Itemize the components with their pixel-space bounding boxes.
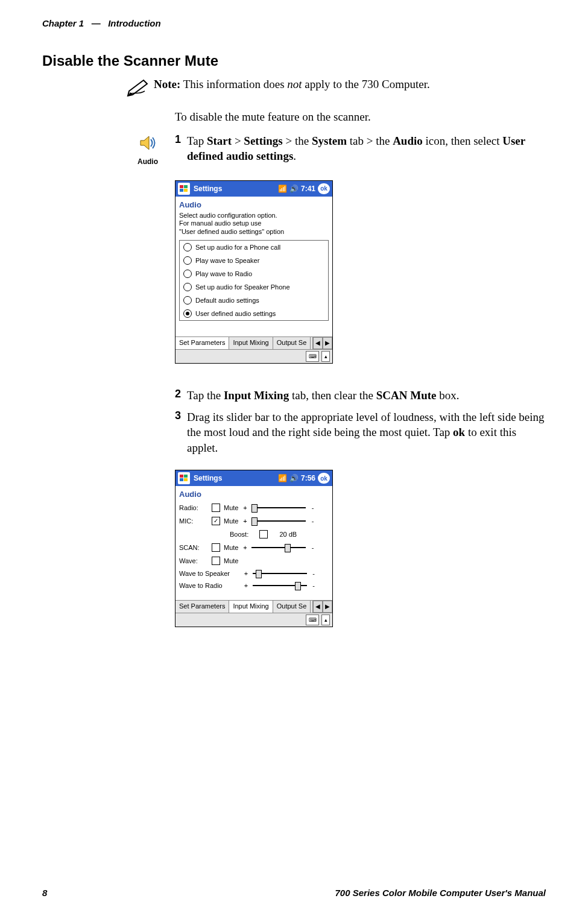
row-wave-to-speaker: Wave to Speaker + - xyxy=(175,567,332,580)
minus-icon: - xyxy=(311,582,317,589)
tab-scroll-left[interactable]: ◀ xyxy=(313,337,323,349)
tab-strip: Set Parameters Input Mixing Output Se ◀ … xyxy=(175,336,332,349)
manual-title: 700 Series Color Mobile Computer User's … xyxy=(335,888,546,898)
keyboard-icon[interactable]: ⌨ xyxy=(306,614,319,625)
screenshot-input-mixing: Settings 📶 🔊 7:56 ok Audio Radio: Mute +… xyxy=(175,470,333,627)
plus-icon: + xyxy=(243,582,249,589)
step-number: 1 xyxy=(175,133,187,146)
mic-slider[interactable] xyxy=(251,520,306,522)
label-boost: Boost: xyxy=(230,531,248,538)
wave-speaker-slider[interactable] xyxy=(253,573,307,574)
minus-icon: - xyxy=(311,570,317,577)
radio-group: Set up audio for a Phone call Play wave … xyxy=(179,240,329,321)
svg-rect-3 xyxy=(184,189,188,192)
step-number: 3 xyxy=(175,409,187,422)
label-wave: Wave: xyxy=(179,557,208,564)
minus-icon: - xyxy=(309,504,315,511)
plus-icon: + xyxy=(242,517,248,525)
screenshot-set-parameters: Settings 📶 🔊 7:41 ok Audio Select audio … xyxy=(175,180,333,364)
label-wave-to-speaker: Wave to Speaker xyxy=(179,570,239,577)
window-titlebar: Settings 📶 🔊 7:56 ok xyxy=(175,470,332,486)
row-mic: MIC: Mute + - xyxy=(175,514,332,528)
minus-icon: - xyxy=(309,517,315,525)
radio-speaker-phone[interactable]: Set up audio for Speaker Phone xyxy=(180,280,328,294)
svg-rect-4 xyxy=(180,475,183,478)
row-radio: Radio: Mute + - xyxy=(175,501,332,514)
tab-output-settings[interactable]: Output Se xyxy=(273,337,311,349)
start-flag-icon[interactable] xyxy=(178,183,190,195)
svg-rect-5 xyxy=(184,475,188,478)
boost-value: 20 dB xyxy=(279,531,297,538)
row-mic-boost: Boost: 20 dB xyxy=(175,528,332,541)
radio-icon xyxy=(183,309,192,318)
tab-output-settings[interactable]: Output Se xyxy=(273,601,311,613)
label-radio: Radio: xyxy=(179,504,208,511)
radio-user-defined[interactable]: User defined audio settings xyxy=(180,307,328,320)
tab-set-parameters[interactable]: Set Parameters xyxy=(175,337,229,349)
radio-slider[interactable] xyxy=(251,507,306,508)
sip-arrow-icon[interactable]: ▴ xyxy=(321,614,330,625)
note-text: Note: This information does not apply to… xyxy=(154,77,430,92)
signal-icon: 📶 xyxy=(278,185,287,193)
mic-mute-checkbox[interactable] xyxy=(212,517,220,525)
chapter-title: Introduction xyxy=(108,18,160,28)
tab-set-parameters[interactable]: Set Parameters xyxy=(175,601,229,613)
ok-button[interactable]: ok xyxy=(318,473,330,484)
note-lead: Note: xyxy=(154,78,180,90)
volume-icon[interactable]: 🔊 xyxy=(289,185,299,193)
svg-rect-6 xyxy=(180,478,183,481)
sip-bar: ⌨ ▴ xyxy=(175,613,332,627)
label-wave-to-radio: Wave to Radio xyxy=(179,582,239,589)
tab-input-mixing[interactable]: Input Mixing xyxy=(229,337,273,349)
row-scan: SCAN: Mute + - xyxy=(175,541,332,554)
clock-text: 7:41 xyxy=(301,185,315,193)
radio-phone-call[interactable]: Set up audio for a Phone call xyxy=(180,241,328,254)
radio-default[interactable]: Default audio settings xyxy=(180,294,328,307)
svg-rect-0 xyxy=(180,185,183,188)
label-mic: MIC: xyxy=(179,517,208,525)
chapter-number: Chapter 1 xyxy=(42,18,84,28)
intro-paragraph: To disable the mute feature on the scann… xyxy=(175,109,546,125)
radio-mute-checkbox[interactable] xyxy=(212,504,220,512)
svg-rect-1 xyxy=(184,185,188,188)
scan-mute-checkbox[interactable] xyxy=(212,543,220,552)
minus-icon: - xyxy=(309,544,315,551)
window-title: Settings xyxy=(192,185,278,193)
wave-mute-checkbox[interactable] xyxy=(212,557,220,565)
radio-icon xyxy=(183,256,192,265)
tab-scroll-right[interactable]: ▶ xyxy=(323,337,332,349)
step-1-text: Tap Start > Settings > the System tab > … xyxy=(187,133,546,164)
radio-wave-speaker[interactable]: Play wave to Speaker xyxy=(180,254,328,267)
radio-wave-radio[interactable]: Play wave to Radio xyxy=(180,267,328,280)
running-header: Chapter 1 — Introduction xyxy=(42,18,546,28)
boost-checkbox[interactable] xyxy=(259,530,268,539)
step-number: 2 xyxy=(175,388,187,400)
keyboard-icon[interactable]: ⌨ xyxy=(306,351,319,362)
window-titlebar: Settings 📶 🔊 7:41 ok xyxy=(175,181,332,197)
scan-slider[interactable] xyxy=(251,547,306,548)
tab-scroll-right[interactable]: ▶ xyxy=(323,601,332,613)
note-icon xyxy=(127,77,154,97)
plus-icon: + xyxy=(242,544,248,551)
row-wave-to-radio: Wave to Radio + - xyxy=(175,580,332,592)
svg-rect-2 xyxy=(180,189,183,192)
radio-icon xyxy=(183,270,192,278)
sip-arrow-icon[interactable]: ▴ xyxy=(321,351,330,362)
svg-rect-7 xyxy=(184,478,188,481)
note-italic: not xyxy=(287,78,302,90)
tab-input-mixing[interactable]: Input Mixing xyxy=(229,601,273,613)
ok-button[interactable]: ok xyxy=(318,183,330,194)
plus-icon: + xyxy=(243,570,249,577)
tab-scroll-left[interactable]: ◀ xyxy=(313,601,323,613)
instruction-text: Select audio configuration option. For m… xyxy=(175,212,332,240)
radio-icon xyxy=(183,296,192,305)
signal-icon: 📶 xyxy=(278,474,287,482)
wave-radio-slider[interactable] xyxy=(253,585,307,586)
label-scan: SCAN: xyxy=(179,544,208,551)
applet-title: Audio xyxy=(175,197,332,212)
section-heading: Disable the Scanner Mute xyxy=(42,52,546,69)
radio-icon xyxy=(183,243,192,251)
start-flag-icon[interactable] xyxy=(178,472,190,484)
volume-icon[interactable]: 🔊 xyxy=(289,474,299,482)
radio-icon xyxy=(183,283,192,291)
